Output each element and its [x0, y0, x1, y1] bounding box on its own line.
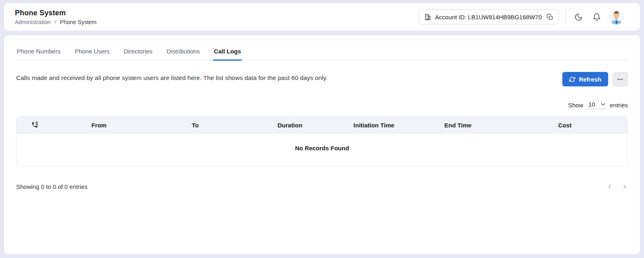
avatar-image: [609, 10, 624, 25]
tab-phone-users[interactable]: Phone Users: [74, 47, 110, 60]
show-label: Show: [568, 102, 583, 109]
toolbar-row: Calls made and received by all phone sys…: [16, 72, 628, 86]
moon-icon: [574, 13, 583, 21]
account-id-label: Account ID: LB1UW814HB9BG168W70: [435, 14, 542, 20]
column-header-to: To: [145, 117, 246, 134]
empty-state-row: No Records Found: [17, 134, 627, 166]
no-records-message: No Records Found: [17, 134, 627, 166]
breadcrumb: Administration Phone System: [15, 19, 97, 25]
column-header-initiation-time: Initiation Time: [334, 117, 413, 134]
tab-call-logs[interactable]: Call Logs: [213, 47, 242, 60]
refresh-label: Refresh: [579, 76, 601, 83]
column-header-cost: Cost: [502, 117, 627, 134]
column-header-from: From: [53, 117, 145, 134]
top-header-bar: Phone System Administration Phone System: [4, 3, 640, 31]
entries-label: entries: [610, 102, 628, 109]
previous-page-button[interactable]: [607, 184, 613, 190]
header-actions: Account ID: LB1UW814HB9BG168W70: [419, 9, 624, 25]
table-footer: Showing 0 to 0 of 0 entries: [16, 183, 628, 190]
page-title: Phone System: [15, 9, 97, 17]
tab-bar: Phone Numbers Phone Users Directories Di…: [16, 47, 628, 60]
entries-summary: Showing 0 to 0 of 0 entries: [16, 183, 88, 190]
refresh-button[interactable]: Refresh: [562, 72, 608, 86]
tab-phone-numbers[interactable]: Phone Numbers: [16, 47, 61, 60]
refresh-icon: [569, 76, 575, 82]
title-block: Phone System Administration Phone System: [15, 9, 97, 25]
toolbar-actions: Refresh •••: [562, 72, 628, 86]
ellipsis-icon: •••: [617, 77, 623, 82]
call-logs-description: Calls made and received by all phone sys…: [16, 72, 328, 82]
copy-icon[interactable]: [547, 14, 553, 20]
chevron-left-icon: [607, 184, 613, 190]
column-header-end-time: End Time: [414, 117, 502, 134]
dark-mode-toggle[interactable]: [573, 11, 584, 23]
column-header-duration: Duration: [246, 117, 334, 134]
page-size-select[interactable]: 10: [587, 101, 606, 109]
notifications-button[interactable]: [591, 11, 602, 23]
next-page-button[interactable]: [621, 184, 628, 190]
page-size-value: 10: [588, 101, 595, 108]
call-logs-table: From To Duration Initiation Time End Tim…: [16, 116, 628, 167]
more-options-button[interactable]: •••: [613, 72, 628, 86]
phone-call-log-icon: [31, 121, 39, 129]
header-divider: [566, 10, 566, 23]
organization-icon: [424, 13, 431, 21]
phone-system-panel: Phone Numbers Phone Users Directories Di…: [4, 35, 640, 254]
user-avatar[interactable]: [609, 10, 624, 25]
pagination-controls: [607, 184, 628, 190]
bell-icon: [592, 13, 601, 21]
account-id-box[interactable]: Account ID: LB1UW814HB9BG168W70: [419, 9, 559, 25]
chevron-down-icon: [601, 103, 605, 106]
chevron-right-icon: [621, 184, 628, 190]
call-direction-column-header: [17, 117, 53, 134]
tab-distributions[interactable]: Distributions: [166, 47, 201, 60]
table-header-row: From To Duration Initiation Time End Tim…: [17, 117, 627, 134]
breadcrumb-separator-icon: [53, 20, 58, 24]
breadcrumb-current: Phone System: [60, 19, 97, 25]
tab-directories[interactable]: Directories: [123, 47, 153, 60]
page-size-row: Show 10 entries: [16, 101, 628, 109]
breadcrumb-administration[interactable]: Administration: [15, 19, 51, 25]
